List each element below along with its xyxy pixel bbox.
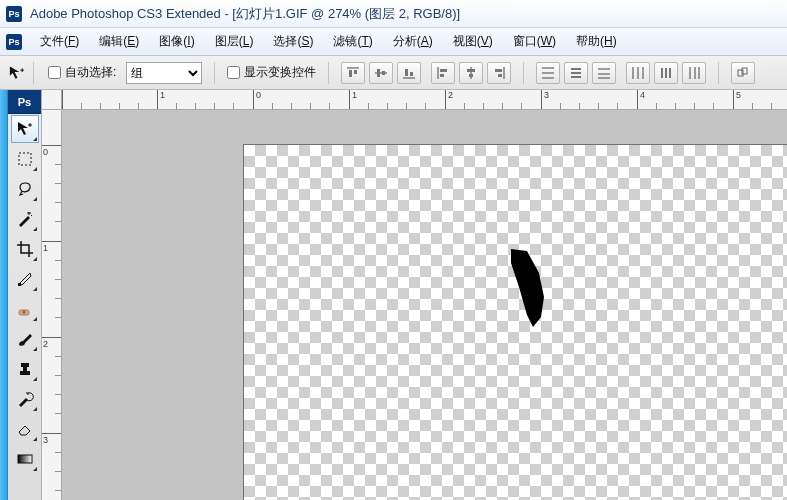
svg-rect-11: [440, 74, 444, 77]
distribute-bottom-icon: [597, 66, 611, 80]
distribute-right-icon: [687, 66, 701, 80]
show-transform-option[interactable]: 显示变换控件: [227, 64, 316, 81]
move-tool-icon: [16, 120, 34, 138]
menu-filter[interactable]: 滤镜(T): [325, 30, 380, 53]
align-vcenter-button[interactable]: [369, 62, 393, 84]
distribute-hcenter-button[interactable]: [654, 62, 678, 84]
marquee-icon: [16, 150, 34, 168]
magic-wand-tool[interactable]: [11, 205, 39, 233]
toolbox-header-ps-icon: Ps: [8, 90, 41, 114]
align-bottom-button[interactable]: [397, 62, 421, 84]
menu-layer[interactable]: 图层(L): [207, 30, 262, 53]
auto-select-checkbox[interactable]: [48, 66, 61, 79]
align-right-icon: [492, 66, 506, 80]
toolbox: Ps: [8, 90, 42, 500]
separator: [328, 62, 329, 84]
menu-help[interactable]: 帮助(H): [568, 30, 625, 53]
healing-brush-icon: [16, 300, 34, 318]
svg-rect-41: [21, 363, 29, 367]
separator: [214, 62, 215, 84]
lasso-icon: [16, 180, 34, 198]
align-vcenter-icon: [374, 66, 388, 80]
align-top-button[interactable]: [341, 62, 365, 84]
gradient-tool[interactable]: [11, 445, 39, 473]
document-canvas[interactable]: [244, 145, 787, 500]
separator: [718, 62, 719, 84]
clone-stamp-icon: [16, 360, 34, 378]
distribute-left-icon: [631, 66, 645, 80]
align-group-2: [431, 62, 511, 84]
show-transform-checkbox[interactable]: [227, 66, 240, 79]
menu-view[interactable]: 视图(V): [445, 30, 501, 53]
current-tool-indicator[interactable]: [8, 62, 34, 84]
ps-app-icon: Ps: [6, 6, 22, 22]
svg-rect-14: [469, 74, 473, 77]
vertical-ruler[interactable]: 0123: [42, 110, 62, 500]
clone-stamp-tool[interactable]: [11, 355, 39, 383]
move-tool-icon: [8, 64, 25, 82]
align-hcenter-icon: [464, 66, 478, 80]
svg-rect-38: [19, 153, 31, 165]
svg-rect-30: [661, 68, 663, 78]
distribute-hcenter-icon: [659, 66, 673, 80]
auto-select-target-dropdown[interactable]: 组: [126, 62, 202, 84]
align-hcenter-button[interactable]: [459, 62, 483, 84]
window-title: Adobe Photoshop CS3 Extended - [幻灯片1.GIF…: [30, 5, 460, 23]
ps-menu-icon: Ps: [6, 34, 22, 50]
svg-rect-8: [410, 72, 413, 76]
svg-rect-32: [669, 68, 671, 78]
history-brush-tool[interactable]: [11, 385, 39, 413]
svg-rect-5: [382, 71, 385, 75]
workspace: Ps: [0, 90, 787, 500]
separator: [523, 62, 524, 84]
svg-rect-2: [354, 70, 357, 74]
align-top-icon: [346, 66, 360, 80]
menu-edit[interactable]: 编辑(E): [91, 30, 147, 53]
brush-icon: [16, 330, 34, 348]
dock-collapsed[interactable]: [0, 90, 8, 500]
menu-bar: Ps 文件(F) 编辑(E) 图像(I) 图层(L) 选择(S) 滤镜(T) 分…: [0, 28, 787, 56]
menu-analysis[interactable]: 分析(A): [385, 30, 441, 53]
distribute-top-button[interactable]: [536, 62, 560, 84]
distribute-group-1: [536, 62, 616, 84]
svg-rect-10: [440, 69, 447, 72]
menu-image[interactable]: 图像(I): [151, 30, 202, 53]
svg-rect-4: [377, 69, 380, 77]
auto-align-button[interactable]: [731, 62, 755, 84]
show-transform-label: 显示变换控件: [244, 64, 316, 81]
distribute-vcenter-button[interactable]: [564, 62, 588, 84]
magic-wand-icon: [16, 210, 34, 228]
align-right-button[interactable]: [487, 62, 511, 84]
options-bar: 自动选择: 组 显示变换控件: [0, 56, 787, 90]
distribute-left-button[interactable]: [626, 62, 650, 84]
align-left-button[interactable]: [431, 62, 455, 84]
slice-icon: [16, 270, 34, 288]
crop-icon: [16, 240, 34, 258]
menu-window[interactable]: 窗口(W): [505, 30, 564, 53]
menu-file[interactable]: 文件(F): [32, 30, 87, 53]
auto-select-option[interactable]: 自动选择:: [48, 64, 116, 81]
ruler-origin-corner[interactable]: [42, 90, 62, 110]
lasso-tool[interactable]: [11, 175, 39, 203]
healing-brush-tool[interactable]: [11, 295, 39, 323]
svg-rect-39: [18, 283, 21, 286]
eraser-tool[interactable]: [11, 415, 39, 443]
svg-rect-42: [18, 455, 32, 463]
auto-select-label: 自动选择:: [65, 64, 116, 81]
crop-tool[interactable]: [11, 235, 39, 263]
align-group-1: [341, 62, 421, 84]
move-tool[interactable]: [11, 115, 39, 143]
slice-tool[interactable]: [11, 265, 39, 293]
horizontal-ruler[interactable]: 1012345: [42, 90, 787, 110]
brush-tool[interactable]: [11, 325, 39, 353]
distribute-right-button[interactable]: [682, 62, 706, 84]
transparency-grid: [244, 145, 787, 500]
svg-rect-1: [349, 70, 352, 77]
marquee-tool[interactable]: [11, 145, 39, 173]
svg-rect-21: [571, 68, 581, 70]
distribute-bottom-button[interactable]: [592, 62, 616, 84]
auto-align-icon: [736, 66, 750, 80]
menu-select[interactable]: 选择(S): [265, 30, 321, 53]
gradient-icon: [16, 450, 34, 468]
title-bar: Ps Adobe Photoshop CS3 Extended - [幻灯片1.…: [0, 0, 787, 28]
